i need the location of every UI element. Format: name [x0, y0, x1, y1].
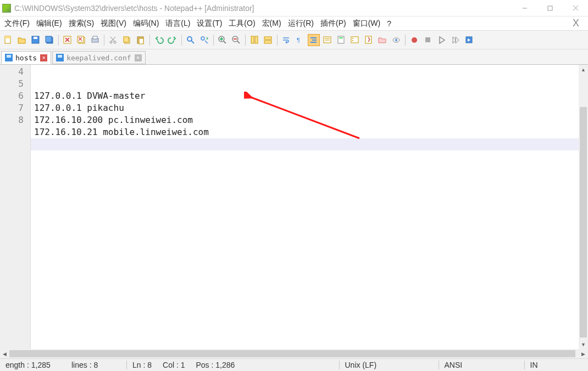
editor-line[interactable]: 127.0.0.1 pikachu — [31, 102, 579, 114]
editor-line[interactable]: 172.16.10.200 pc.linweiwei.com — [31, 114, 579, 126]
open-file-icon[interactable] — [16, 34, 28, 46]
toolbar-separator — [104, 35, 104, 46]
zoom-in-icon[interactable] — [217, 34, 229, 46]
undo-icon[interactable] — [153, 34, 165, 46]
line-number: 7 — [0, 102, 24, 114]
menu-close-x[interactable]: X — [569, 18, 583, 29]
doc-list-icon[interactable] — [363, 34, 375, 46]
menu-language[interactable]: 语言(L) — [162, 17, 193, 30]
window-title: C:\WINDOWS\System32\drivers\etc\hosts - … — [14, 4, 512, 13]
editor-line[interactable]: 172.16.10.21 mobile.linweiwei.com — [31, 126, 579, 138]
wrap-icon[interactable] — [280, 34, 292, 46]
doc-map-icon[interactable] — [335, 34, 347, 46]
sync-v-icon[interactable] — [248, 34, 260, 46]
horizontal-scrollbar[interactable]: ◀ ▶ — [0, 349, 588, 358]
svg-rect-39 — [264, 37, 271, 40]
tab-label: hosts — [15, 54, 37, 62]
stop-macro-icon[interactable] — [422, 34, 434, 46]
tab-keepalived[interactable]: keepalived.conf ✕ — [52, 51, 145, 64]
svg-point-20 — [114, 41, 116, 43]
menu-file[interactable]: 文件(F) — [1, 17, 33, 30]
toolbar-separator — [58, 35, 59, 46]
svg-point-55 — [395, 39, 397, 41]
status-eol: Unix (LF) — [340, 361, 439, 369]
svg-rect-38 — [255, 36, 258, 43]
scroll-right-icon[interactable]: ▶ — [579, 349, 588, 358]
status-col: Col : 1 — [157, 361, 190, 369]
all-chars-icon[interactable]: ¶ — [294, 34, 306, 46]
vertical-scrollbar[interactable]: ▲ ▼ — [579, 65, 588, 349]
folder-icon[interactable] — [376, 34, 389, 46]
svg-rect-5 — [5, 36, 10, 38]
redo-icon[interactable] — [167, 34, 179, 46]
maximize-button[interactable] — [537, 0, 563, 16]
close-button[interactable] — [563, 0, 588, 16]
menu-window[interactable]: 窗口(W) — [350, 17, 384, 30]
save-macro-icon[interactable] — [463, 34, 475, 46]
svg-point-52 — [352, 40, 353, 41]
menu-run[interactable]: 运行(R) — [285, 17, 317, 30]
menu-help[interactable]: ? — [384, 18, 395, 30]
svg-rect-24 — [124, 37, 129, 42]
svg-point-29 — [201, 37, 204, 40]
tab-hosts[interactable]: hosts ✕ — [1, 51, 51, 64]
menu-search[interactable]: 搜索(S) — [65, 17, 98, 30]
save-all-icon[interactable] — [43, 34, 56, 46]
close-all-icon[interactable] — [75, 34, 87, 46]
minimize-button[interactable] — [512, 0, 537, 16]
new-file-icon[interactable] — [2, 34, 14, 46]
cut-icon[interactable] — [107, 34, 119, 46]
menu-edit[interactable]: 编辑(E) — [33, 17, 65, 30]
editor-line[interactable] — [31, 138, 579, 150]
replace-icon[interactable] — [198, 34, 210, 46]
zoom-out-icon[interactable] — [230, 34, 242, 46]
tab-close-icon[interactable]: ✕ — [135, 54, 142, 61]
line-number: 8 — [0, 114, 24, 126]
record-macro-icon[interactable] — [408, 34, 420, 46]
menu-plugins[interactable]: 插件(P) — [317, 17, 350, 30]
status-ln: Ln : 8 — [127, 361, 157, 369]
svg-rect-18 — [93, 36, 97, 39]
lang-icon[interactable] — [321, 34, 334, 46]
svg-point-19 — [110, 41, 112, 43]
func-list-icon[interactable] — [349, 34, 361, 46]
scroll-track[interactable] — [579, 74, 588, 340]
menu-tools[interactable]: 工具(O) — [225, 17, 258, 30]
status-bar: ength : 1,285 lines : 8 Ln : 8 Col : 1 P… — [0, 358, 588, 371]
play-macro-icon[interactable] — [436, 34, 448, 46]
scroll-thumb[interactable] — [9, 350, 575, 357]
scroll-down-icon[interactable]: ▼ — [579, 340, 588, 349]
scroll-thumb[interactable] — [580, 107, 587, 338]
sync-h-icon[interactable] — [262, 34, 274, 46]
scroll-left-icon[interactable]: ◀ — [0, 349, 9, 358]
title-bar: C:\WINDOWS\System32\drivers\etc\hosts - … — [0, 0, 588, 16]
scroll-up-icon[interactable]: ▲ — [579, 65, 588, 74]
editor-content[interactable]: 127.0.0.1 DVWA-master127.0.0.1 pikachu17… — [31, 65, 579, 349]
svg-text:¶: ¶ — [297, 37, 300, 43]
save-icon[interactable] — [30, 34, 42, 46]
editor-line[interactable]: 127.0.0.1 DVWA-master — [31, 90, 579, 102]
editor-area: 45678 127.0.0.1 DVWA-master127.0.0.1 pik… — [0, 65, 588, 349]
scroll-track[interactable] — [9, 349, 579, 358]
status-lines: lines : 8 — [66, 361, 126, 369]
svg-rect-40 — [264, 41, 271, 43]
copy-icon[interactable] — [121, 34, 133, 46]
paste-icon[interactable] — [135, 34, 147, 46]
monitor-icon[interactable] — [390, 34, 402, 46]
play-multi-icon[interactable] — [450, 34, 462, 46]
notepadpp-icon — [2, 4, 11, 13]
svg-rect-26 — [139, 38, 143, 44]
close-icon[interactable] — [62, 34, 74, 46]
find-icon[interactable] — [185, 34, 197, 46]
svg-rect-48 — [338, 36, 344, 43]
toolbar-separator — [277, 35, 278, 46]
indent-guide-icon[interactable] — [308, 34, 320, 46]
menu-macro[interactable]: 宏(M) — [259, 17, 285, 30]
menu-view[interactable]: 视图(V) — [97, 17, 130, 30]
menu-encoding[interactable]: 编码(N) — [130, 17, 162, 30]
tab-close-icon[interactable]: ✕ — [40, 54, 47, 61]
print-icon[interactable] — [89, 34, 101, 46]
toolbar-separator — [405, 35, 406, 46]
menu-settings[interactable]: 设置(T) — [193, 17, 225, 30]
line-number: 5 — [0, 78, 24, 90]
